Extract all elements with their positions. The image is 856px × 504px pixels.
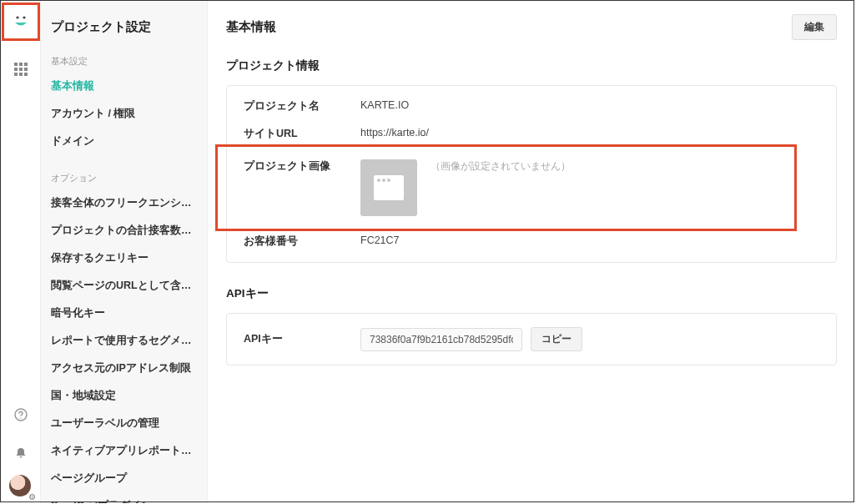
sidebar-title: プロジェクト設定 <box>41 8 207 50</box>
svg-rect-5 <box>14 68 18 71</box>
apps-icon[interactable] <box>4 53 38 86</box>
sidebar-item-region[interactable]: 国・地域設定 <box>41 382 207 410</box>
edit-button[interactable]: 編集 <box>792 14 837 40</box>
project-info-heading: プロジェクト情報 <box>226 58 837 73</box>
avatar[interactable]: ⚙ <box>9 475 33 498</box>
project-name-value: KARTE.IO <box>360 99 409 111</box>
sidebar-item-frequency[interactable]: 接客全体のフリークエンシー設定 <box>41 189 207 217</box>
sidebar-item-pagegroup[interactable]: ページグループ <box>41 465 207 492</box>
api-key-input[interactable] <box>360 328 522 351</box>
left-rail: ⚙ <box>1 1 41 503</box>
project-image-label: プロジェクト画像 <box>244 159 360 174</box>
sidebar-item-account[interactable]: アカウント / 権限 <box>41 100 207 128</box>
site-url-label: サイトURL <box>244 127 360 141</box>
api-key-label: APIキー <box>244 332 360 346</box>
svg-rect-7 <box>24 68 28 71</box>
help-icon[interactable] <box>4 398 38 431</box>
svg-rect-6 <box>19 68 23 71</box>
svg-rect-9 <box>19 73 23 76</box>
svg-point-1 <box>23 16 25 18</box>
customer-number-label: お客様番号 <box>244 234 360 249</box>
copy-button[interactable]: コピー <box>531 327 582 351</box>
site-url-value: https://karte.io/ <box>360 127 429 139</box>
svg-rect-10 <box>24 73 28 76</box>
page-title: 基本情報 <box>226 19 276 35</box>
svg-rect-2 <box>14 63 18 66</box>
bell-icon[interactable] <box>4 436 38 470</box>
svg-rect-8 <box>14 73 18 76</box>
app-logo-icon[interactable] <box>12 12 30 33</box>
sidebar-item-crypto[interactable]: 暗号化キー <box>41 300 207 327</box>
sidebar-item-querykey[interactable]: 保存するクエリキー <box>41 244 207 272</box>
svg-rect-4 <box>24 63 28 66</box>
project-info-card: プロジェクト名 KARTE.IO サイトURL https://karte.io… <box>226 85 837 263</box>
project-name-label: プロジェクト名 <box>244 99 360 113</box>
sidebar-item-pageurl[interactable]: 閲覧ページのURLとして含めるク... <box>41 272 207 300</box>
svg-point-0 <box>16 16 18 18</box>
sidebar-item-userlabel[interactable]: ユーザーラベルの管理 <box>41 410 207 437</box>
sidebar-item-total[interactable]: プロジェクトの合計接客数による... <box>41 217 207 244</box>
sidebar-item-basic-info[interactable]: 基本情報 <box>41 73 207 100</box>
svg-point-12 <box>20 417 21 418</box>
sidebar-group-basic: 基本設定 <box>41 50 207 73</box>
api-heading: APIキー <box>226 286 837 301</box>
sidebar-item-domain[interactable]: ドメイン <box>41 128 207 155</box>
customer-number-value: FC21C7 <box>360 234 400 246</box>
svg-rect-3 <box>19 63 23 66</box>
image-placeholder-text: （画像が設定されていません） <box>431 159 571 174</box>
sidebar-group-option: オプション <box>41 167 207 189</box>
sidebar-item-sendgrid[interactable]: SendGridプラグイン <box>41 492 207 503</box>
sidebar-item-ip[interactable]: アクセス元のIPアドレス制限 <box>41 355 207 382</box>
gear-icon: ⚙ <box>28 492 36 501</box>
sidebar: プロジェクト設定 基本設定 基本情報 アカウント / 権限 ドメイン オプション… <box>41 1 208 503</box>
image-placeholder-icon <box>360 159 417 216</box>
logo-highlight <box>2 3 40 41</box>
sidebar-item-native[interactable]: ネイティブアプリレポートで使用... <box>41 437 207 465</box>
sidebar-item-report-segment[interactable]: レポートで使用するセグメントフ... <box>41 327 207 355</box>
main-content: 基本情報 編集 プロジェクト情報 プロジェクト名 KARTE.IO サイトURL… <box>208 1 855 503</box>
api-card: APIキー コピー <box>226 313 837 365</box>
